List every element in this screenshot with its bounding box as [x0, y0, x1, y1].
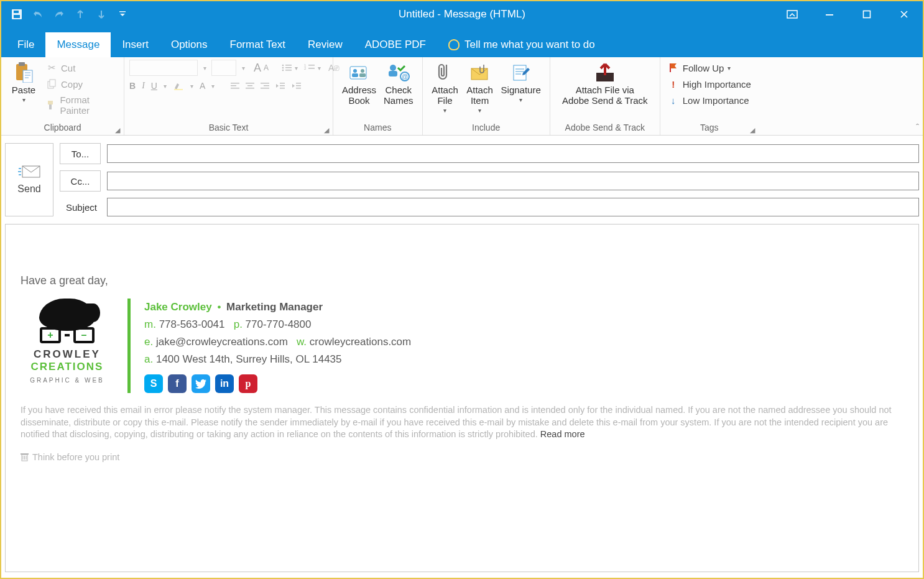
group-include: Attach File ▾ Attach Item ▾ Signature ▾ …: [423, 57, 550, 135]
tab-options[interactable]: Options: [160, 32, 219, 57]
chevron-down-icon[interactable]: ▾: [239, 65, 247, 72]
tab-review[interactable]: Review: [297, 32, 354, 57]
format-painter-button[interactable]: Format Painter: [44, 93, 119, 117]
svg-rect-45: [359, 73, 366, 77]
follow-up-button[interactable]: Follow Up ▾: [665, 61, 754, 75]
chevron-down-icon: ▾: [443, 107, 446, 114]
svg-rect-30: [247, 85, 252, 86]
dialog-launcher-basic-text[interactable]: ◢: [324, 126, 331, 134]
ribbon-display-options[interactable]: [774, 1, 811, 27]
close-button[interactable]: [885, 1, 923, 27]
to-button[interactable]: To...: [60, 143, 101, 164]
message-body[interactable]: Have a great day, +– CROWLEY CREATIONS G…: [5, 224, 919, 572]
paste-button[interactable]: Paste ▾: [6, 60, 41, 104]
low-importance-button[interactable]: ↓ Low Importance: [665, 93, 754, 107]
prev-item-button[interactable]: [71, 5, 90, 24]
decrease-indent-button[interactable]: [275, 82, 285, 90]
next-item-button[interactable]: [92, 5, 111, 24]
sig-bullet: •: [217, 301, 221, 313]
numbering-button[interactable]: 12: [304, 63, 315, 72]
dialog-launcher-clipboard[interactable]: ◢: [115, 126, 122, 134]
linkedin-icon[interactable]: in: [215, 374, 234, 393]
highlight-button[interactable]: [173, 81, 184, 91]
chevron-down-icon: ▾: [728, 65, 731, 72]
signature-label: Signature: [501, 85, 541, 95]
high-importance-button[interactable]: ! High Importance: [665, 77, 754, 91]
save-button[interactable]: [7, 5, 26, 24]
signature-icon: [512, 61, 530, 83]
minimize-button[interactable]: [811, 1, 848, 27]
send-button[interactable]: Send: [5, 143, 53, 216]
envelope-send-icon: [17, 165, 41, 178]
svg-rect-43: [352, 73, 358, 77]
tab-message[interactable]: Message: [45, 32, 111, 57]
svg-rect-38: [296, 83, 301, 84]
svg-rect-37: [280, 88, 285, 89]
skype-icon[interactable]: S: [144, 374, 163, 393]
tab-file[interactable]: File: [6, 32, 45, 57]
sig-e-key: e.: [144, 336, 153, 348]
align-right-button[interactable]: [261, 82, 269, 90]
dialog-launcher-tags[interactable]: ◢: [750, 126, 757, 134]
svg-rect-25: [174, 89, 183, 90]
twitter-icon[interactable]: [192, 374, 210, 393]
subject-input[interactable]: [107, 198, 919, 216]
sig-mobile: 778-563-0041: [159, 318, 225, 330]
svg-rect-18: [285, 67, 292, 68]
undo-button[interactable]: [29, 5, 47, 24]
svg-text:2: 2: [304, 67, 307, 70]
copy-button[interactable]: Copy: [44, 77, 119, 91]
sig-w-key: w.: [297, 336, 307, 348]
group-basic-text: ▾ ▾ A A ▾ 12▾ A⎚ B I U▾ ▾ A▾: [124, 57, 333, 135]
signature-divider: [127, 299, 131, 393]
chevron-down-icon[interactable]: ▾: [200, 65, 209, 72]
increase-indent-button[interactable]: [292, 82, 302, 90]
cc-input[interactable]: [107, 172, 919, 190]
cut-button[interactable]: ✂ Cut: [44, 61, 119, 75]
bullets-button[interactable]: [281, 63, 292, 72]
tab-adobe-pdf[interactable]: ADOBE PDF: [354, 32, 437, 57]
collapse-ribbon-button[interactable]: ˆ: [916, 123, 919, 132]
align-center-button[interactable]: [246, 82, 254, 90]
qat-customize-button[interactable]: [113, 5, 132, 24]
facebook-icon[interactable]: f: [168, 374, 187, 393]
group-adobe-send-track: Attach File via Adobe Send & Track Adobe…: [550, 57, 660, 135]
align-left-button[interactable]: [231, 82, 239, 90]
title-bar: Untitled - Message (HTML): [1, 1, 923, 27]
signature-button[interactable]: Signature ▾: [497, 60, 545, 104]
adobe-upload-icon: [593, 61, 617, 83]
read-more-link[interactable]: Read more: [540, 429, 585, 439]
tab-insert[interactable]: Insert: [111, 32, 160, 57]
check-names-button[interactable]: @ Check Names: [380, 60, 417, 107]
maximize-button[interactable]: [848, 1, 885, 27]
font-size-combo[interactable]: [211, 60, 236, 76]
sig-address: 1400 West 14th, Surrey Hills, OL 14435: [156, 353, 342, 365]
font-name-combo[interactable]: [129, 60, 198, 76]
svg-rect-36: [280, 85, 285, 86]
flag-icon: [668, 62, 679, 73]
group-label-clipboard: Clipboard: [6, 121, 119, 134]
group-names: Address Book @ Check Names Names: [333, 57, 423, 135]
svg-text:@: @: [402, 73, 408, 80]
shrink-font-button[interactable]: A: [264, 63, 269, 72]
italic-button[interactable]: I: [142, 81, 145, 91]
svg-rect-2: [14, 11, 19, 13]
window-controls: [774, 1, 923, 27]
font-color-button[interactable]: A: [200, 81, 205, 91]
paste-label: Paste: [12, 85, 35, 95]
underline-button[interactable]: U: [151, 81, 157, 91]
to-input[interactable]: [107, 144, 919, 163]
bold-button[interactable]: B: [129, 81, 136, 91]
tell-me-search[interactable]: Tell me what you want to do: [448, 39, 595, 57]
adobe-attach-button[interactable]: Attach File via Adobe Send & Track: [555, 60, 655, 107]
address-book-button[interactable]: Address Book: [338, 60, 380, 107]
tab-format-text[interactable]: Format Text: [219, 32, 297, 57]
attach-item-button[interactable]: Attach Item ▾: [463, 60, 497, 115]
grow-font-button[interactable]: A: [254, 62, 261, 75]
cc-button[interactable]: Cc...: [60, 170, 101, 192]
redo-button[interactable]: [50, 5, 68, 24]
sig-name: Jake Crowley: [144, 301, 212, 313]
pinterest-icon[interactable]: p: [239, 374, 257, 393]
social-icons: S f in p: [144, 374, 411, 393]
attach-file-button[interactable]: Attach File ▾: [428, 60, 463, 115]
